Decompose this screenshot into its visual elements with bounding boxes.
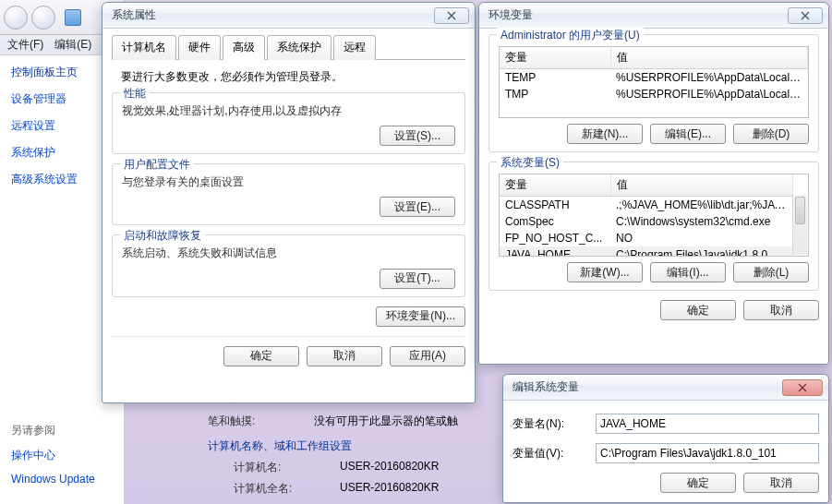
- startup-recovery-settings-button[interactable]: 设置(T)...: [380, 269, 455, 289]
- environment-variables-title: 环境变量: [485, 7, 788, 23]
- variable-value-input[interactable]: [596, 443, 819, 463]
- user-delete-button[interactable]: 删除(D): [733, 124, 809, 144]
- computer-icon: [65, 9, 81, 26]
- user-variables-table[interactable]: 变量 值 TEMP%USERPROFILE%\AppData\Local\Tem…: [499, 46, 809, 118]
- menu-file[interactable]: 文件(F): [7, 37, 43, 53]
- pen-touch-label: 笔和触摸:: [208, 414, 314, 429]
- tab-hardware[interactable]: 硬件: [178, 35, 221, 60]
- col-variable[interactable]: 变量: [500, 174, 610, 197]
- system-delete-button[interactable]: 删除(L): [733, 262, 809, 282]
- environment-variables-button[interactable]: 环境变量(N)...: [376, 306, 465, 327]
- sidebar-footer: 另请参阅 操作中心 Windows Update: [11, 423, 95, 486]
- startup-recovery-group: 启动和故障恢复 系统启动、系统失败和调试信息 设置(T)...: [112, 234, 465, 296]
- ok-button[interactable]: 确定: [660, 300, 736, 320]
- close-icon[interactable]: [782, 379, 823, 396]
- col-variable[interactable]: 变量: [500, 47, 610, 69]
- user-profile-group: 用户配置文件 与您登录有关的桌面设置 设置(E)...: [112, 163, 465, 225]
- performance-settings-button[interactable]: 设置(S)...: [380, 126, 455, 146]
- pen-touch-value: 没有可用于此显示器的笔或触: [314, 414, 458, 429]
- user-profile-group-label: 用户配置文件: [120, 157, 194, 173]
- link-advanced-system-settings[interactable]: 高级系统设置: [11, 172, 113, 187]
- background-info-area: 笔和触摸:没有可用于此显示器的笔或触 计算机名称、域和工作组设置 计算机名:US…: [208, 414, 512, 502]
- system-new-button[interactable]: 新建(W)...: [567, 262, 643, 282]
- performance-group-label: 性能: [120, 86, 150, 102]
- nav-forward-button[interactable]: [31, 6, 55, 30]
- table-row[interactable]: ComSpecC:\Windows\system32\cmd.exe: [500, 213, 793, 230]
- variable-name-label: 变量名(N):: [512, 416, 596, 432]
- system-properties-tabs: 计算机名 硬件 高级 系统保护 远程: [112, 34, 465, 60]
- user-edit-button[interactable]: 编辑(E)...: [650, 124, 726, 144]
- tab-advanced[interactable]: 高级: [223, 35, 265, 60]
- startup-recovery-group-label: 启动和故障恢复: [120, 228, 205, 244]
- environment-variables-dialog: 环境变量 Administrator 的用户变量(U) 变量 值 TEMP%US…: [478, 2, 829, 365]
- cancel-button[interactable]: 取消: [307, 346, 382, 366]
- table-row[interactable]: TEMP%USERPROFILE%\AppData\Local\Temp: [500, 69, 808, 87]
- link-control-panel-home[interactable]: 控制面板主页: [11, 65, 113, 80]
- link-action-center[interactable]: 操作中心: [11, 448, 95, 463]
- scrollbar[interactable]: [792, 195, 807, 255]
- computer-fullname-label: 计算机全名:: [234, 481, 340, 497]
- link-remote-settings[interactable]: 远程设置: [11, 118, 113, 134]
- col-value[interactable]: 值: [610, 47, 808, 69]
- col-value[interactable]: 值: [610, 174, 793, 197]
- cancel-button[interactable]: 取消: [743, 473, 819, 493]
- edit-system-variable-dialog: 编辑系统变量 变量名(N): 变量值(V): 确定 取消: [502, 374, 829, 503]
- variable-value-label: 变量值(V):: [512, 446, 596, 462]
- tab-computer-name[interactable]: 计算机名: [112, 35, 176, 60]
- link-device-manager[interactable]: 设备管理器: [11, 91, 113, 107]
- user-variables-group-label: Administrator 的用户变量(U): [497, 28, 644, 43]
- nav-back-button[interactable]: [4, 6, 28, 30]
- ok-button[interactable]: 确定: [660, 473, 736, 493]
- system-properties-titlebar[interactable]: 系统属性: [102, 3, 475, 29]
- user-new-button[interactable]: 新建(N)...: [567, 124, 643, 144]
- system-variables-group: 系统变量(S) 变量 值 CLASSPATH.;%JAVA_HOME%\lib\…: [488, 162, 819, 291]
- table-row[interactable]: CLASSPATH.;%JAVA_HOME%\lib\dt.jar;%JAVA_…: [500, 197, 793, 214]
- user-variables-group: Administrator 的用户变量(U) 变量 值 TEMP%USERPRO…: [488, 34, 819, 152]
- ok-button[interactable]: 确定: [223, 346, 299, 366]
- user-profile-desc: 与您登录有关的桌面设置: [122, 174, 455, 191]
- performance-desc: 视觉效果,处理器计划,内存使用,以及虚拟内存: [122, 102, 455, 120]
- system-properties-title: 系统属性: [108, 7, 434, 23]
- variable-name-input[interactable]: [596, 414, 819, 434]
- system-properties-dialog: 系统属性 计算机名 硬件 高级 系统保护 远程 要进行大多数更改，您必须作为管理…: [102, 2, 476, 403]
- menu-edit[interactable]: 编辑(E): [54, 37, 91, 53]
- close-icon[interactable]: [434, 7, 469, 24]
- performance-group: 性能 视觉效果,处理器计划,内存使用,以及虚拟内存 设置(S)...: [112, 92, 465, 154]
- see-also-label: 另请参阅: [11, 423, 95, 438]
- link-system-protection[interactable]: 系统保护: [11, 145, 113, 161]
- tab-remote[interactable]: 远程: [333, 35, 376, 60]
- apply-button[interactable]: 应用(A): [390, 346, 465, 366]
- startup-recovery-desc: 系统启动、系统失败和调试信息: [122, 245, 455, 262]
- system-variables-table[interactable]: 变量 值 CLASSPATH.;%JAVA_HOME%\lib\dt.jar;%…: [499, 174, 809, 257]
- table-row[interactable]: TMP%USERPROFILE%\AppData\Local\Temp: [500, 86, 808, 102]
- system-edit-button[interactable]: 编辑(I)...: [650, 262, 726, 282]
- computer-fullname-value: USER-20160820KR: [340, 481, 439, 497]
- edit-system-variable-title: 编辑系统变量: [509, 379, 782, 395]
- edit-system-variable-titlebar[interactable]: 编辑系统变量: [503, 375, 828, 401]
- link-windows-update[interactable]: Windows Update: [11, 473, 95, 486]
- computer-name-value: USER-20160820KR: [340, 460, 439, 475]
- system-variables-group-label: 系统变量(S): [497, 155, 563, 171]
- computer-name-group-head: 计算机名称、域和工作组设置: [208, 438, 512, 454]
- table-row[interactable]: JAVA_HOMEC:\Program Files\Java\jdk1.8.0_…: [500, 246, 793, 257]
- tab-system-protection[interactable]: 系统保护: [267, 35, 332, 60]
- environment-variables-titlebar[interactable]: 环境变量: [479, 3, 828, 29]
- table-row[interactable]: FP_NO_HOST_C...NO: [500, 230, 793, 246]
- close-icon[interactable]: [788, 7, 823, 24]
- computer-name-label: 计算机名:: [234, 460, 340, 475]
- cancel-button[interactable]: 取消: [743, 300, 819, 320]
- user-profile-settings-button[interactable]: 设置(E)...: [380, 197, 455, 217]
- advanced-lead-text: 要进行大多数更改，您必须作为管理员登录。: [121, 69, 465, 85]
